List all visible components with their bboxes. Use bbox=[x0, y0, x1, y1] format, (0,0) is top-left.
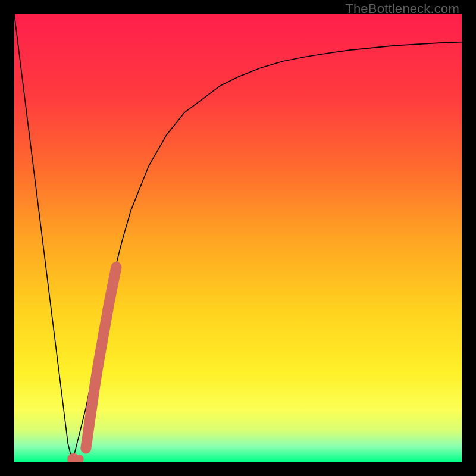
bottleneck-chart bbox=[14, 14, 462, 462]
watermark-text: TheBottleneck.com bbox=[345, 1, 459, 17]
heat-gradient-bg bbox=[14, 14, 462, 462]
chart-frame bbox=[14, 14, 462, 462]
